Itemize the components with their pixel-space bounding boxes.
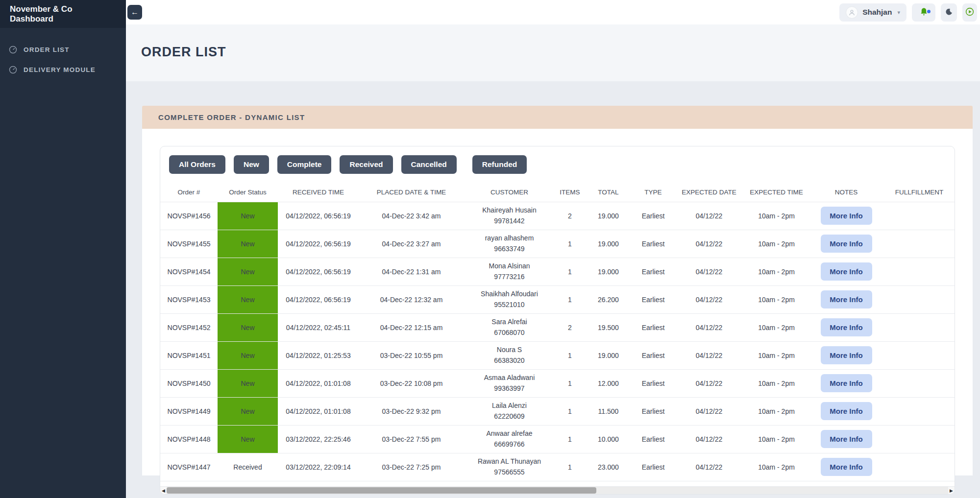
expected-time-cell: 10am - 2pm [743,285,809,313]
items-cell: 1 [555,258,585,285]
customer-cell: Rawan AL Thunayan97566555 [464,453,555,481]
filter-all-orders-button[interactable]: All Orders [169,155,225,174]
table-row: NOVSP#1454New04/12/2022, 06:56:1904-Dec-… [160,258,955,285]
order-status-cell: New [218,425,278,453]
scroll-right-arrow-icon[interactable]: ▶ [948,487,955,494]
expected-date-cell: 04/12/22 [675,425,743,453]
customer-cell: Laila Alenzi62220609 [464,397,555,425]
items-cell: 2 [555,313,585,341]
expected-date-cell: 04/12/22 [675,397,743,425]
orders-panel: COMPLETE ORDER - DYNAMIC LIST All Orders… [142,106,973,475]
more-info-button[interactable]: More Info [821,402,872,420]
order-status-cell: Received [218,453,278,481]
placed-date-cell: 03-Dec-22 10:08 pm [359,369,464,397]
col-total: TOTAL [585,183,632,202]
expected-date-cell: 04/12/22 [675,285,743,313]
expected-date-cell: 04/12/22 [675,369,743,397]
received-time-cell: 04/12/2022, 01:01:08 [278,397,359,425]
sidebar-collapse-button[interactable]: ← [127,5,142,20]
moon-icon [945,8,953,17]
notes-cell: More Info [809,285,883,313]
expected-date-cell: 04/12/22 [675,230,743,258]
scrollbar-track[interactable] [167,487,948,494]
order-id-cell: NOVSP#1449 [160,397,218,425]
customer-name: Rawan AL Thunayan [464,456,555,467]
customer-name: Sara Alrefai [464,317,555,328]
order-table-body: NOVSP#1456New04/12/2022, 06:56:1904-Dec-… [160,202,955,481]
notes-cell: More Info [809,341,883,369]
scroll-left-arrow-icon[interactable]: ◀ [160,487,167,494]
items-cell: 1 [555,341,585,369]
received-time-cell: 04/12/2022, 06:56:19 [278,258,359,285]
gauge-icon [9,46,17,54]
placed-date-cell: 04-Dec-22 3:27 am [359,230,464,258]
table-row: NOVSP#1447Received03/12/2022, 22:09:1403… [160,453,955,481]
col-expected-date: EXPECTED DATE [675,183,743,202]
more-info-button[interactable]: More Info [821,346,872,364]
items-cell: 1 [555,453,585,481]
more-info-button[interactable]: More Info [821,430,872,448]
sidebar-item-delivery-module[interactable]: DELIVERY MODULE [0,60,126,80]
customer-phone: 95521010 [464,300,555,310]
more-info-button[interactable]: More Info [821,262,872,281]
more-info-button[interactable]: More Info [821,207,872,225]
order-id-cell: NOVSP#1453 [160,285,218,313]
table-row: NOVSP#1451New04/12/2022, 01:25:5303-Dec-… [160,341,955,369]
expected-time-cell: 10am - 2pm [743,425,809,453]
type-cell: Earliest [632,453,675,481]
more-info-button[interactable]: More Info [821,318,872,336]
panel-header: COMPLETE ORDER - DYNAMIC LIST [142,106,973,129]
app-title: November & Co Dashboard [10,4,116,24]
filter-refunded-button[interactable]: Refunded [472,155,527,174]
sidebar-nav: ORDER LIST DELIVERY MODULE [0,28,126,80]
customer-phone: 96633749 [464,244,555,255]
order-status-cell: New [218,258,278,285]
items-cell: 1 [555,425,585,453]
fulfillment-cell [883,397,955,425]
more-info-button[interactable]: More Info [821,235,872,253]
more-info-button[interactable]: More Info [821,458,872,476]
order-status-cell: New [218,230,278,258]
filter-new-button[interactable]: New [234,155,269,174]
order-id-cell: NOVSP#1451 [160,341,218,369]
order-id-cell: NOVSP#1450 [160,369,218,397]
customer-name: Laila Alenzi [464,401,555,411]
type-cell: Earliest [632,313,675,341]
customer-name: Shaikhah Alfoudari [464,289,555,300]
filter-cancelled-button[interactable]: Cancelled [401,155,457,174]
sidebar-item-label: DELIVERY MODULE [24,66,96,73]
scrollbar-thumb[interactable] [167,487,596,494]
order-status-cell: New [218,341,278,369]
received-time-cell: 04/12/2022, 06:56:19 [278,285,359,313]
run-tour-button[interactable] [962,3,977,22]
filter-complete-button[interactable]: Complete [277,155,332,174]
more-info-button[interactable]: More Info [821,374,872,392]
expected-date-cell: 04/12/22 [675,202,743,230]
table-row: NOVSP#1455New04/12/2022, 06:56:1904-Dec-… [160,230,955,258]
user-menu-button[interactable]: Shahjan ▾ [839,3,906,22]
filter-received-button[interactable]: Received [340,155,392,174]
notes-cell: More Info [809,369,883,397]
expected-time-cell: 10am - 2pm [743,230,809,258]
sidebar-item-order-list[interactable]: ORDER LIST [0,40,126,60]
placed-date-cell: 04-Dec-22 12:15 am [359,313,464,341]
table-header-row: Order # Order Status RECEIVED TIME PLACE… [160,183,955,202]
notes-cell: More Info [809,397,883,425]
customer-cell: Sara Alrefai67068070 [464,313,555,341]
placed-date-cell: 03-Dec-22 7:55 pm [359,425,464,453]
expected-time-cell: 10am - 2pm [743,397,809,425]
customer-phone: 97773216 [464,272,555,283]
notification-dot [927,10,931,13]
dark-mode-toggle[interactable] [941,3,957,22]
total-cell: 19.000 [585,341,632,369]
more-info-button[interactable]: More Info [821,290,872,308]
total-cell: 12.000 [585,369,632,397]
notifications-button[interactable] [912,3,935,22]
orders-table-card: All Orders New Complete Received Cancell… [160,146,955,495]
total-cell: 19.000 [585,258,632,285]
fulfillment-cell [883,285,955,313]
customer-name: Khaireyah Husain [464,205,555,216]
customer-phone: 99781442 [464,216,555,227]
sidebar: November & Co Dashboard ORDER LIST DELIV… [0,0,126,498]
expected-time-cell: 10am - 2pm [743,258,809,285]
